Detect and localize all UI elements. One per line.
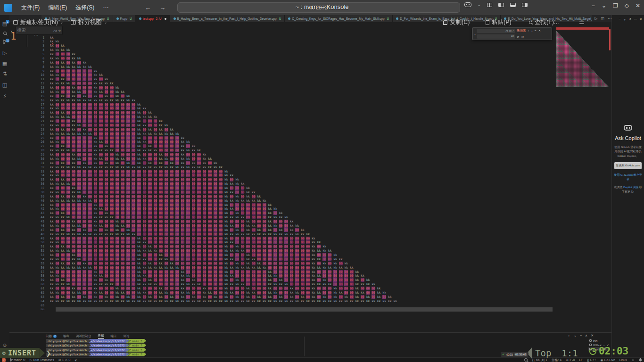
- window-button[interactable]: −: [592, 2, 595, 9]
- find-button[interactable]: 查找(F)...: [529, 18, 559, 26]
- remote-indicator[interactable]: ⚡: [2, 358, 6, 362]
- panel-tab[interactable]: 输出: [63, 334, 69, 339]
- menu-item[interactable]: 编辑(E): [44, 2, 71, 13]
- find-input[interactable]: Aaab.*: [477, 29, 515, 33]
- window-button[interactable]: ⌄: [602, 2, 606, 9]
- ghe-signin-link[interactable]: 使用 GHE.com 帐户登录: [614, 173, 642, 182]
- find-toggle-icon[interactable]: ab: [509, 30, 512, 32]
- status-item[interactable]: {} C++: [587, 358, 596, 362]
- editor-tab[interactable]: F.cppU: [113, 15, 136, 22]
- editor-tab[interactable]: test.cpp2, U: [136, 15, 170, 22]
- chevron-down-icon[interactable]: ⌄: [478, 3, 481, 7]
- editor-action-icon[interactable]: ⋯: [608, 16, 611, 21]
- chevron-down-icon[interactable]: ⌄: [104, 20, 107, 25]
- line-content: kk kk kk kk kk kk kk kk kk kk kk kk kk k…: [50, 99, 135, 103]
- bell-icon[interactable]: [639, 358, 642, 362]
- activity-item-testing[interactable]: ⚗: [0, 71, 9, 77]
- line-number: 30: [9, 157, 50, 161]
- editor-pane[interactable]: ⌄ 搜索 Aa ⟲ 1 ⋯ ⌄ Aaab.* 无结果 ↑↓≡✕ AB ⇄⇉: [9, 22, 611, 332]
- find-nav-icon[interactable]: ✕: [538, 29, 541, 33]
- terminal-label: zsh: [593, 339, 597, 342]
- replace-input[interactable]: AB: [477, 34, 515, 39]
- chevron-down-icon[interactable]: ⌄: [10, 28, 13, 33]
- panel-action-icon[interactable]: ⌄: [574, 334, 577, 338]
- forward-icon[interactable]: →: [159, 4, 165, 11]
- paste-button[interactable]: 粘贴(P): [486, 18, 512, 26]
- toggle-panel-icon[interactable]: [510, 3, 516, 7]
- activity-item-run-debug[interactable]: ▷: [0, 50, 9, 56]
- konsole-search-input[interactable]: 搜索 Aa ⟲: [16, 26, 63, 35]
- customize-layout-icon[interactable]: [487, 3, 492, 7]
- panel-tab[interactable]: 评论: [124, 334, 130, 339]
- find-toggle-icon[interactable]: Aa: [505, 30, 508, 32]
- terminal-list-item[interactable]: zsh: [588, 338, 610, 343]
- git-branch-status[interactable]: main* ↻: [10, 358, 25, 362]
- activity-item-extensions[interactable]: ▦: [0, 60, 9, 66]
- replace-action-icon[interactable]: ⇄: [517, 35, 519, 39]
- line-number: 14: [9, 90, 50, 94]
- hamburger-menu-button[interactable]: ☰: [579, 18, 585, 25]
- find-nav-icon[interactable]: ≡: [535, 29, 537, 33]
- status-item[interactable]: Linux: [619, 358, 627, 362]
- copilot-walkthrough-link[interactable]: Copilot 演练: [623, 186, 638, 189]
- editor-action-icon[interactable]: ◫: [601, 16, 604, 21]
- editor-action-icon[interactable]: ▷: [594, 16, 597, 21]
- regex-icon[interactable]: ⟲: [58, 29, 61, 32]
- panel-tab[interactable]: 调试控制台: [76, 334, 91, 339]
- line-number: 13: [9, 86, 50, 90]
- run-testcases-button[interactable]: ▷ Run Testcases: [30, 358, 54, 362]
- find-toggle-icon[interactable]: .*: [512, 30, 514, 32]
- activity-item-account[interactable]: ☺: [0, 342, 9, 348]
- panel-tab-label: 问题: [46, 334, 52, 338]
- find-collapse-icon[interactable]: ⌄: [473, 28, 477, 40]
- copilot-icon[interactable]: [464, 2, 471, 7]
- panel-action-icon[interactable]: ∧: [585, 334, 587, 338]
- copy-button[interactable]: 复制(C): [443, 18, 470, 26]
- minimap[interactable]: [556, 27, 609, 90]
- editor-line: 59kk 00 kk 00 00 00 00 00 kk 00 kk 00 00…: [9, 278, 556, 282]
- menu-item[interactable]: 选择(S): [71, 2, 99, 13]
- activity-item-source-control[interactable]: 11: [0, 40, 9, 45]
- editor-actions: ▷◫⋯: [594, 15, 611, 22]
- replace-action-icon[interactable]: ⇉: [521, 35, 523, 39]
- command-center[interactable]: 2072: [177, 2, 460, 13]
- find-nav-icon[interactable]: ↓: [531, 29, 533, 33]
- panel-action-icon[interactable]: −: [580, 334, 582, 338]
- editor-line: 52kk kk kk kk 00 00 00 00 00 00 00 00 00…: [9, 249, 556, 253]
- terminal-prompt-line: chiyoyuki@ChiyoYukiArch~/codes/xcpc/cf/2…: [46, 353, 146, 356]
- match-case-icon[interactable]: Aa: [53, 29, 57, 32]
- toggle-sidebar-icon[interactable]: [498, 3, 504, 7]
- line-number: 59: [9, 278, 50, 282]
- replace-toggle-icon[interactable]: AB: [511, 35, 514, 38]
- problems-status[interactable]: ⊘1 ⚠0: [58, 358, 70, 362]
- github-signin-button[interactable]: 登录到 GitHub.com: [614, 162, 642, 169]
- panel-tab[interactable]: 端口: [111, 334, 117, 339]
- editor-lines[interactable]: 1kk2kk kk3kk 00 kk4kk kk kk kk5kk 00 00 …: [9, 36, 556, 312]
- activity-item-chart[interactable]: ◫: [0, 82, 9, 88]
- line-number: 15: [9, 94, 50, 99]
- editor-tab[interactable]: C_Creating_Keys_for_StORages_Has_Become_…: [285, 15, 393, 22]
- toggle-secondary-sidebar-icon[interactable]: [522, 3, 528, 7]
- activity-item-search[interactable]: [0, 30, 9, 36]
- back-icon[interactable]: ←: [145, 4, 151, 11]
- chevron-down-icon[interactable]: ⌄: [60, 20, 64, 25]
- misc-status-icon[interactable]: ☺: [631, 358, 635, 362]
- panel-tab[interactable]: 终端: [98, 334, 104, 339]
- status-item[interactable]: LF: [579, 358, 583, 362]
- split-view-button[interactable]: 拆分视图 ⌄: [71, 18, 107, 26]
- activity-item-remote[interactable]: ⚡: [0, 93, 9, 99]
- menu-item[interactable]: 文件(F): [17, 2, 44, 13]
- find-nav-icon[interactable]: ↑: [528, 29, 529, 33]
- new-tab-button[interactable]: 新建标签页(N) ⌄: [13, 18, 64, 26]
- panel-action-icon[interactable]: ＋: [567, 334, 570, 338]
- panel-tab[interactable]: 问题2: [46, 334, 57, 339]
- panel-action-icon[interactable]: ✕: [591, 334, 594, 338]
- editor-tab[interactable]: B_Having_Been_a_Treasurer_in_the_Past_I_…: [170, 15, 285, 22]
- menu-item[interactable]: ⋯: [99, 2, 113, 13]
- sync-icon[interactable]: ↻: [23, 358, 25, 362]
- rocket-icon[interactable]: ➤: [74, 358, 78, 362]
- line-number: 54: [9, 257, 50, 262]
- activity-item-explorer[interactable]: ▤1: [0, 21, 9, 27]
- editor-line: 7kk 00 kk 00 kk 00 kk: [9, 61, 556, 65]
- status-item[interactable]: ◉Go Live: [600, 358, 615, 362]
